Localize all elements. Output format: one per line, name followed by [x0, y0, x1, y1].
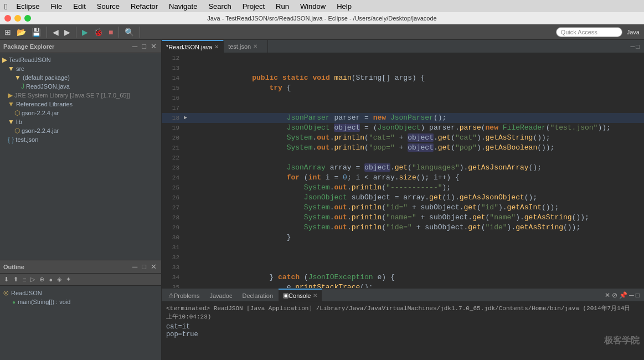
package-explorer-minimize[interactable]: ─: [131, 42, 138, 50]
run-menu[interactable]: Run: [274, 1, 291, 12]
window-menu[interactable]: Window: [298, 1, 328, 12]
refactor-menu[interactable]: Refactor: [128, 1, 160, 12]
outline-class[interactable]: ◎ ReadJSON: [3, 288, 158, 297]
tab-problems[interactable]: ⚠ Problems: [164, 289, 204, 301]
code-line-31: 31: [162, 243, 644, 253]
toolbar-save[interactable]: 💾: [29, 27, 43, 38]
toolbar-forward[interactable]: ▶: [62, 27, 73, 38]
outline-btn3[interactable]: ≡: [21, 276, 28, 284]
tab-readjson-close[interactable]: ✕: [214, 44, 219, 50]
tab-console-label: Console: [288, 292, 311, 299]
gson2-label: gson-2.2.4.jar: [22, 127, 59, 134]
tab-testjson-close[interactable]: ✕: [253, 43, 257, 49]
outline-btn1[interactable]: ⬇: [2, 275, 11, 284]
toolbar-sep4: [140, 27, 140, 38]
apple-menu[interactable]: : [4, 2, 7, 11]
console-scroll-lock[interactable]: ⊘: [612, 291, 617, 299]
java-file-label: ReadJSON.java: [26, 83, 70, 90]
source-menu[interactable]: Source: [95, 1, 122, 12]
tree-item-readjson[interactable]: J ReadJSON.java: [0, 82, 161, 91]
toolbar-search[interactable]: 🔍: [122, 27, 136, 38]
toolbar-back[interactable]: ◀: [50, 27, 61, 38]
edit-menu[interactable]: Edit: [71, 1, 87, 12]
code-line-35: 35 } catch (JsonSyntaxException e) {: [162, 282, 644, 288]
outline-btn6[interactable]: ●: [47, 276, 54, 284]
toolbar-stop[interactable]: ■: [106, 27, 115, 38]
code-editor[interactable]: 12 13 public static void main(String[] a…: [162, 53, 644, 288]
outline-panel: Outline ─ □ ✕ ⬇ ⬆ ≡ ▷ ⊕ ● ◈ ✦ ◎ ReadJSON: [0, 260, 161, 360]
tree-item-jre[interactable]: ▶ JRE System Library [Java SE 7 [1.7.0_6…: [0, 91, 161, 100]
code-line-12: 12: [162, 53, 644, 63]
tree-item-json[interactable]: { } test.json: [0, 135, 161, 144]
left-panel: Package Explorer ─ □ ✕ ▶ TestReadJSON ▼ …: [0, 40, 162, 360]
tab-javadoc[interactable]: Javadoc: [205, 289, 236, 301]
code-line-16: 16: [162, 93, 644, 103]
search-menu[interactable]: Search: [206, 1, 233, 12]
tree-item-gson1[interactable]: ⬡ gson-2.2.4.jar: [0, 109, 161, 117]
outline-maximize[interactable]: □: [141, 263, 147, 271]
bottom-tabs: ⚠ Problems Javadoc Declaration ▣ Console…: [162, 289, 644, 302]
help-menu[interactable]: Help: [334, 1, 354, 12]
outline-btn2[interactable]: ⬆: [12, 275, 20, 284]
tree-item-lib[interactable]: ▼ lib: [0, 117, 161, 126]
maximize-button[interactable]: [24, 15, 31, 22]
project-menu[interactable]: Project: [240, 1, 267, 12]
java-file-icon: J: [21, 83, 24, 90]
tab-readjson-label: *ReadJSON.java: [166, 44, 212, 50]
tree-item-default-pkg[interactable]: ▼ (default package): [0, 73, 161, 82]
tab-console[interactable]: ▣ Console ✕: [279, 289, 322, 301]
outline-close[interactable]: ✕: [150, 263, 158, 271]
console-content: <terminated> ReadJSON [Java Application]…: [162, 302, 644, 360]
toolbar-run[interactable]: ▶: [80, 27, 90, 38]
toolbar-new[interactable]: ⊞: [2, 27, 13, 38]
window-controls: [4, 15, 31, 22]
tab-declaration[interactable]: Declaration: [238, 289, 277, 301]
navigate-menu[interactable]: Navigate: [167, 1, 199, 12]
close-button[interactable]: [4, 15, 11, 22]
console-clear[interactable]: ✕: [605, 291, 610, 299]
package-explorer-close[interactable]: ✕: [150, 42, 158, 50]
outline-toolbar: ⬇ ⬆ ≡ ▷ ⊕ ● ◈ ✦: [0, 274, 161, 286]
problems-icon: ⚠: [168, 292, 174, 299]
tree-item-ref-libs[interactable]: ▼ Referenced Libraries: [0, 100, 161, 109]
tree-item-src[interactable]: ▼ src: [0, 64, 161, 73]
outline-minimize[interactable]: ─: [131, 263, 138, 271]
src-label: src: [16, 65, 24, 72]
project-icon: ▶: [2, 56, 7, 64]
toolbar-debug[interactable]: 🐞: [91, 27, 105, 38]
console-tab-close[interactable]: ✕: [313, 292, 317, 299]
eclipse-menu[interactable]: Eclipse: [14, 1, 42, 12]
toolbar-open[interactable]: 📂: [14, 27, 28, 38]
file-menu[interactable]: File: [48, 1, 64, 12]
toolbar-sep2: [76, 27, 76, 38]
outline-btn7[interactable]: ◈: [55, 275, 63, 284]
tab-controls: ─ □: [628, 40, 642, 53]
tab-spacer: [268, 40, 628, 53]
code-line-34: 34 e.printStackTrace();: [162, 272, 644, 282]
outline-btn8[interactable]: ✦: [64, 275, 73, 284]
minimize-button[interactable]: [14, 15, 21, 22]
tree-item-project[interactable]: ▶ TestReadJSON: [0, 55, 161, 64]
tab-ctrl-maximize[interactable]: □: [636, 43, 640, 50]
gson1-label: gson-2.2.4.jar: [22, 110, 59, 116]
tab-javadoc-label: Javadoc: [209, 292, 232, 299]
outline-content: ◎ ReadJSON ● main(String[]) : void: [0, 286, 161, 308]
quick-access-input[interactable]: Quick Access: [556, 27, 622, 37]
code-line-32: 32: [162, 253, 644, 263]
outline-method[interactable]: ● main(String[]) : void: [3, 297, 158, 306]
outline-btn5[interactable]: ⊕: [38, 275, 46, 284]
tree-item-gson2[interactable]: ⬡ gson-2.2.4.jar: [0, 126, 161, 135]
title-bar: Java - TestReadJSON/src/ReadJSON.java - …: [0, 12, 644, 24]
tab-ctrl-minimize[interactable]: ─: [631, 43, 635, 50]
default-pkg-icon: ▼: [14, 74, 21, 81]
tab-readjson[interactable]: *ReadJSON.java ✕: [162, 40, 224, 53]
console-minimize[interactable]: ─: [629, 291, 634, 299]
console-pin[interactable]: 📌: [619, 291, 627, 299]
package-explorer: Package Explorer ─ □ ✕ ▶ TestReadJSON ▼ …: [0, 40, 161, 260]
lib-folder-icon: ▼: [8, 118, 14, 126]
toolbar-sep3: [119, 27, 119, 38]
package-explorer-maximize[interactable]: □: [141, 42, 147, 50]
tab-testjson[interactable]: test.json ✕: [224, 40, 268, 53]
outline-btn4[interactable]: ▷: [29, 275, 37, 284]
console-maximize[interactable]: □: [636, 291, 640, 299]
